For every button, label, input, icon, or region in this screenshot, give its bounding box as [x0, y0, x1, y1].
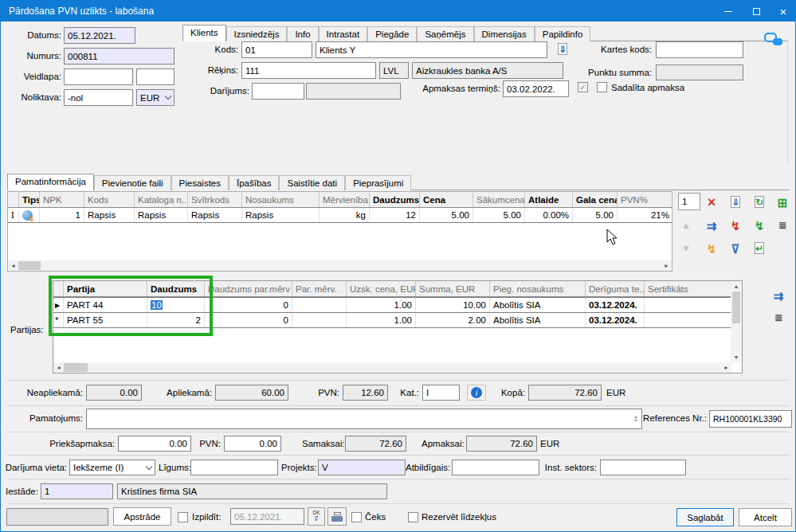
- copy-batches-icon[interactable]: ⇉: [770, 288, 787, 303]
- move-down-icon[interactable]: ▼: [677, 241, 695, 256]
- col-npk[interactable]: NPK: [40, 192, 84, 207]
- svitrkods-cell[interactable]: Rapsis: [188, 208, 242, 222]
- npk-cell[interactable]: 1: [40, 208, 84, 222]
- item-type-cell[interactable]: ↯: [19, 208, 40, 222]
- kat-field[interactable]: I: [422, 385, 460, 401]
- tab-klients[interactable]: Klients: [182, 25, 226, 41]
- veidlapa-field-1[interactable]: [64, 68, 133, 85]
- deriguma-cell[interactable]: 03.12.2024.: [586, 298, 645, 312]
- tab-papildinfo[interactable]: Papildinfo: [535, 26, 591, 41]
- col-summa[interactable]: Summa, EUR: [416, 281, 490, 296]
- daudzums-cell[interactable]: 2: [147, 313, 205, 327]
- payment-term-checkbox[interactable]: ✓: [578, 82, 588, 92]
- kods-cell[interactable]: Rapsis: [84, 208, 135, 222]
- references-field[interactable]: RH100001KL3390: [709, 410, 792, 428]
- prieksapmaksa-field[interactable]: 0.00: [118, 436, 191, 452]
- summa-cell[interactable]: 2.00: [416, 313, 490, 327]
- col-nosaukums[interactable]: Nosaukums: [242, 192, 320, 207]
- inst-sektors-field[interactable]: [600, 460, 686, 475]
- col-daudzums[interactable]: Daudzums: [370, 192, 420, 207]
- move-up-icon[interactable]: ▲: [677, 217, 695, 233]
- kartes-kods-field[interactable]: [656, 41, 743, 58]
- col-atlaide[interactable]: Atlaide: [525, 192, 573, 207]
- scroll-right-icon[interactable]: ►: [661, 260, 672, 271]
- datums-field[interactable]: 05.12.2021.: [64, 27, 135, 44]
- print-button[interactable]: [327, 507, 347, 526]
- export-excel-icon[interactable]: ⊞: [774, 194, 791, 210]
- col-selector[interactable]: [53, 281, 64, 296]
- scroll-thumb[interactable]: [732, 291, 740, 323]
- tab-pieprasijumi[interactable]: Pieprasījumi: [345, 175, 411, 190]
- mervieniba-cell[interactable]: kg: [320, 208, 370, 222]
- items-grid-hscrollbar[interactable]: ◄ ►: [8, 260, 672, 271]
- deriguma-cell[interactable]: 03.12.2024.: [586, 313, 645, 327]
- col-par-merv[interactable]: Par. mērv.: [292, 281, 347, 296]
- delete-row-icon[interactable]: ×: [703, 194, 720, 210]
- col-selector[interactable]: [8, 192, 19, 207]
- daudzums-edit-cell[interactable]: 10: [147, 298, 205, 312]
- summa-cell[interactable]: 10.00: [416, 298, 490, 312]
- col-pvn[interactable]: PVN%: [618, 192, 672, 207]
- batches-tree-icon[interactable]: ≣: [770, 310, 787, 326]
- partijas-row-2[interactable]: * PART 55 2 0 1.00 2.00 Abolītis SIA 03.…: [53, 313, 742, 328]
- kataloga-cell[interactable]: Rapsis: [135, 208, 188, 222]
- cena-cell[interactable]: 5.00: [420, 208, 473, 222]
- klients-name-field[interactable]: Klients Y: [316, 41, 547, 58]
- iestade-code-field[interactable]: 1: [41, 483, 113, 499]
- pieg-nosaukums-cell[interactable]: Abolītis SIA: [490, 313, 586, 327]
- sadalita-apmaksa-checkbox[interactable]: [597, 82, 607, 92]
- par-merv-cell[interactable]: [292, 313, 347, 327]
- ceks-checkbox[interactable]: [351, 512, 362, 522]
- tab-piegade[interactable]: Piegāde: [367, 26, 417, 41]
- tab-izsniedzejs[interactable]: Izsniedzējs: [226, 26, 288, 41]
- noliktava-field[interactable]: -nol: [64, 89, 133, 106]
- recalc-red-icon[interactable]: ↯: [727, 217, 744, 233]
- scroll-down-icon[interactable]: ▼: [731, 352, 742, 362]
- col-kataloga[interactable]: Kataloga n...: [135, 192, 188, 207]
- minimize-button[interactable]: [715, 1, 742, 22]
- sakumcena-cell[interactable]: 5.00: [473, 208, 525, 222]
- info-button[interactable]: i: [467, 385, 486, 401]
- atcelt-button[interactable]: Atcelt: [739, 508, 792, 526]
- partijas-hscrollbar[interactable]: ◄ ►: [53, 362, 731, 373]
- currency-dropdown[interactable]: EUR: [136, 89, 174, 106]
- rezervet-checkbox[interactable]: [408, 512, 418, 522]
- gala-cena-cell[interactable]: 5.00: [573, 208, 618, 222]
- tab-pievienotie-faili[interactable]: Pievienotie faili: [94, 175, 171, 190]
- tab-sanemejs[interactable]: Saņēmējs: [417, 26, 473, 41]
- rekins-field[interactable]: 111: [241, 62, 376, 79]
- col-tips[interactable]: Tips: [19, 192, 40, 207]
- copy-rows-icon[interactable]: ⇉: [703, 217, 720, 233]
- scroll-thumb[interactable]: [64, 363, 88, 371]
- chat-icon[interactable]: [764, 33, 786, 50]
- darijuma-vieta-dropdown[interactable]: Iekšzeme (I): [69, 460, 155, 475]
- scroll-left-icon[interactable]: ◄: [8, 260, 18, 271]
- darijums-field-1[interactable]: [252, 83, 304, 100]
- uzsk-cena-cell[interactable]: 1.00: [347, 313, 416, 327]
- partija-cell[interactable]: PART 55: [64, 313, 147, 327]
- tab-piesaistes[interactable]: Piesaistes: [171, 175, 229, 190]
- payment-pvn-field[interactable]: 0.00: [224, 436, 281, 452]
- maximize-button[interactable]: [743, 1, 770, 22]
- daudzums-par-merv-cell[interactable]: 0: [205, 313, 292, 327]
- recalc-green-icon[interactable]: ↯: [751, 217, 768, 233]
- tab-intrastat[interactable]: Intrastat: [319, 26, 368, 41]
- items-grid-row[interactable]: I ↯ 1 Rapsis Rapsis Rapsis Rapsis kg 12 …: [8, 208, 672, 223]
- tab-info[interactable]: Info: [287, 26, 318, 41]
- ligums-field[interactable]: [190, 460, 278, 475]
- partijas-row-1[interactable]: ▶ PART 44 10 0 1.00 10.00 Abolītis SIA 0…: [53, 297, 742, 313]
- scroll-left-icon[interactable]: ◄: [53, 362, 64, 373]
- refresh-document-icon[interactable]: ↻: [751, 194, 768, 210]
- partija-cell[interactable]: PART 44: [64, 298, 147, 312]
- projekts-field[interactable]: V: [318, 460, 406, 475]
- col-kods[interactable]: Kods: [84, 192, 135, 207]
- tab-dimensijas[interactable]: Dimensijas: [474, 26, 535, 41]
- row-count-box[interactable]: 1: [678, 193, 700, 210]
- sertifikats-cell[interactable]: [645, 313, 731, 327]
- apstrade-button[interactable]: Apstrāde: [113, 507, 171, 526]
- nosaukums-cell[interactable]: Rapsis: [242, 208, 320, 222]
- tab-saistitie-dati[interactable]: Saistītie dati: [279, 175, 345, 190]
- partijas-vscrollbar[interactable]: ▲ ▼: [731, 281, 742, 362]
- import-document-icon[interactable]: ↵: [751, 241, 768, 256]
- col-pieg-nosaukums[interactable]: Pieg. nosaukums: [490, 281, 586, 296]
